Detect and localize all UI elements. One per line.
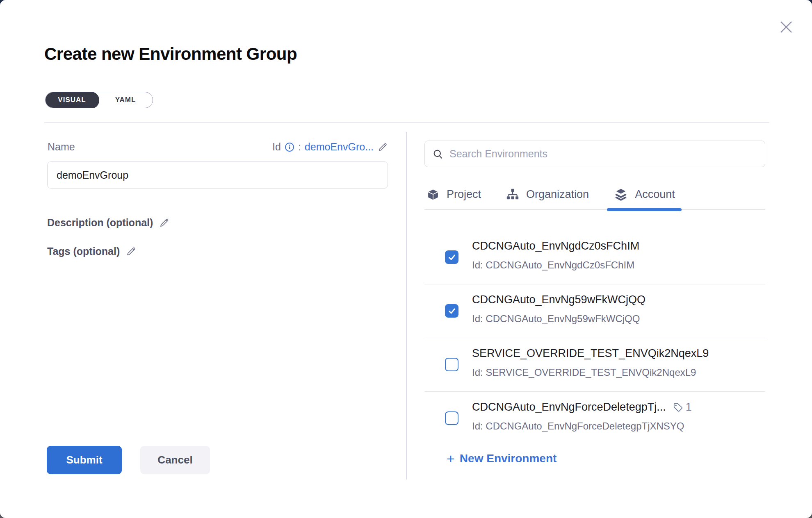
- id-label: Id: [272, 141, 281, 153]
- scope-tabs: Project Organization Accoun: [424, 179, 765, 210]
- search-environments-input[interactable]: [449, 148, 757, 160]
- create-environment-group-modal: Create new Environment Group VISUAL YAML…: [0, 0, 812, 518]
- name-input[interactable]: [47, 161, 388, 189]
- tags-label: Tags (optional): [47, 245, 120, 257]
- entity-id-value[interactable]: demoEnvGro...: [305, 141, 374, 153]
- org-chart-icon: [506, 188, 520, 202]
- edit-description-pencil-icon[interactable]: [159, 217, 170, 228]
- env-tag-badge: 1: [673, 401, 692, 413]
- env-name: CDCNGAuto_EnvNg59wFkWCjQQ: [472, 293, 645, 306]
- close-button[interactable]: [776, 17, 796, 37]
- entity-id-row: Id : demoEnvGro...: [242, 141, 388, 153]
- tab-account-label: Account: [635, 188, 675, 201]
- toggle-yaml[interactable]: YAML: [98, 92, 153, 108]
- env-checkbox[interactable]: [445, 250, 458, 264]
- info-icon[interactable]: [285, 142, 294, 152]
- env-id: Id: CDCNGAuto_EnvNgForceDeletegpTjXNSYQ: [472, 420, 765, 432]
- environment-row[interactable]: CDCNGAuto_EnvNgForceDeletegpTj... 1 Id: …: [424, 392, 765, 432]
- plus-icon: +: [447, 453, 455, 464]
- search-icon: [432, 148, 444, 160]
- tags-section: Tags (optional): [47, 245, 137, 257]
- environment-row[interactable]: SERVICE_OVERRIDE_TEST_ENVQik2NqexL9 Id: …: [424, 338, 765, 392]
- tag-icon: [673, 402, 683, 413]
- edit-id-pencil-icon[interactable]: [377, 142, 388, 152]
- env-name: SERVICE_OVERRIDE_TEST_ENVQik2NqexL9: [472, 347, 709, 360]
- tab-account[interactable]: Account: [612, 179, 677, 209]
- env-checkbox[interactable]: [445, 358, 458, 371]
- env-name: CDCNGAuto_EnvNgForceDeletegpTj...: [472, 401, 666, 413]
- submit-button[interactable]: Submit: [47, 446, 122, 474]
- environment-row[interactable]: CDCNGAuto_EnvNg59wFkWCjQQ Id: CDCNGAuto_…: [424, 284, 765, 338]
- search-environments-box: [424, 141, 765, 167]
- environment-row[interactable]: CDCNGAuto_EnvNgdCz0sFChIM Id: CDCNGAuto_…: [424, 231, 765, 284]
- new-environment-label: New Environment: [460, 452, 557, 465]
- env-name: CDCNGAuto_EnvNgdCz0sFChIM: [472, 240, 639, 252]
- header-divider: [44, 122, 769, 123]
- env-tag-count: 1: [686, 401, 692, 413]
- tab-organization-label: Organization: [526, 188, 589, 201]
- check-icon: [447, 253, 456, 262]
- check-icon: [447, 307, 456, 316]
- id-colon: :: [298, 141, 301, 153]
- description-section: Description (optional): [47, 217, 170, 229]
- env-id: Id: SERVICE_OVERRIDE_TEST_ENVQik2NqexL9: [472, 367, 765, 378]
- panel-divider: [406, 132, 407, 479]
- visual-yaml-toggle: VISUAL YAML: [45, 92, 153, 108]
- new-environment-button[interactable]: + New Environment: [447, 452, 557, 465]
- name-label: Name: [48, 141, 75, 153]
- tab-project[interactable]: Project: [424, 179, 483, 209]
- environment-list: CDCNGAuto_EnvNgdCz0sFChIM Id: CDCNGAuto_…: [424, 210, 765, 432]
- close-icon: [778, 18, 795, 36]
- cancel-button[interactable]: Cancel: [140, 446, 210, 474]
- cube-icon: [426, 188, 440, 202]
- toggle-visual[interactable]: VISUAL: [45, 92, 99, 108]
- page-title: Create new Environment Group: [44, 44, 297, 64]
- env-checkbox[interactable]: [445, 411, 458, 425]
- edit-tags-pencil-icon[interactable]: [125, 246, 137, 257]
- description-label: Description (optional): [47, 217, 153, 229]
- layers-icon: [614, 187, 628, 202]
- env-id: Id: CDCNGAuto_EnvNg59wFkWCjQQ: [472, 313, 765, 325]
- tab-organization[interactable]: Organization: [504, 179, 591, 209]
- env-id: Id: CDCNGAuto_EnvNgdCz0sFChIM: [472, 259, 765, 271]
- tab-project-label: Project: [447, 188, 481, 201]
- env-checkbox[interactable]: [445, 304, 458, 318]
